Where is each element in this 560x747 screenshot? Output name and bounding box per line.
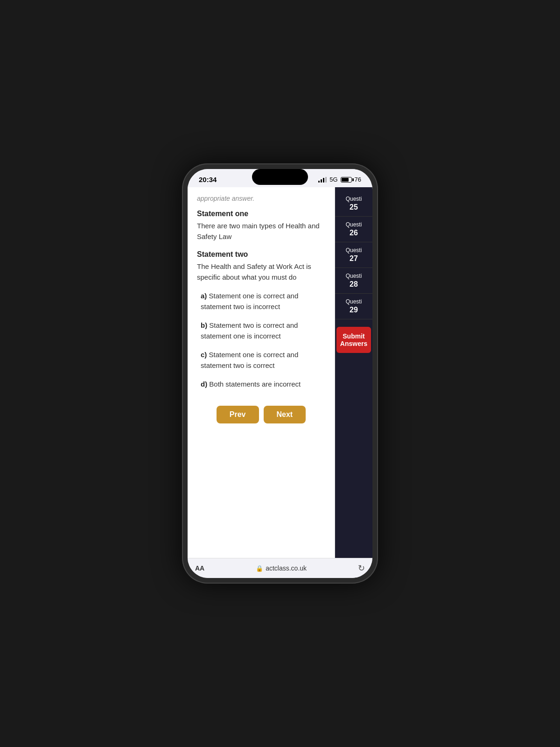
browser-bar: AA 🔒 actclass.co.uk ↻ [188, 558, 372, 578]
answer-b-letter: b) [201, 321, 207, 329]
sidebar-q27-label: Questi [346, 247, 362, 254]
sidebar: Questi 25 Questi 26 Questi 27 Questi 28 [335, 187, 372, 558]
statement-two-title: Statement two [197, 250, 325, 259]
sidebar-q26-num: 26 [338, 229, 370, 237]
sidebar-q28-label: Questi [346, 273, 362, 279]
answer-c-text: Statement one is correct and statement t… [201, 351, 298, 369]
battery-level: 76 [355, 176, 361, 183]
battery-icon [341, 177, 352, 183]
answer-options: a) Statement one is correct and statemen… [197, 291, 325, 390]
sidebar-q25-num: 25 [338, 203, 370, 211]
refresh-icon[interactable]: ↻ [358, 563, 365, 573]
lock-icon: 🔒 [256, 565, 263, 572]
sidebar-q28-num: 28 [338, 280, 370, 289]
sidebar-question-27[interactable]: Questi 27 [335, 242, 372, 268]
status-time: 20:34 [199, 176, 217, 183]
main-content: appropriate answer. Statement one There … [188, 187, 372, 558]
answer-option-c[interactable]: c) Statement one is correct and statemen… [201, 350, 325, 371]
statement-one-title: Statement one [197, 210, 325, 218]
browser-url-bar[interactable]: 🔒 actclass.co.uk [256, 564, 307, 572]
signal-icon [318, 177, 327, 183]
browser-aa[interactable]: AA [195, 564, 204, 572]
question-panel: appropriate answer. Statement one There … [188, 187, 335, 558]
answer-d-letter: d) [201, 380, 207, 388]
sidebar-q26-label: Questi [346, 221, 362, 228]
statement-one-section: Statement one There are two main types o… [197, 210, 325, 242]
top-hint: appropriate answer. [197, 195, 325, 202]
answer-d-text: Both statements are incorrect [209, 380, 301, 388]
phone-frame: 20:34 5G 76 appropriate answer. [182, 163, 378, 584]
answer-option-b[interactable]: b) Statement two is correct and statemen… [201, 320, 325, 341]
statement-two-text: The Health and Safety at Work Act is spe… [197, 261, 325, 282]
sidebar-question-28[interactable]: Questi 28 [335, 268, 372, 294]
sidebar-question-29[interactable]: Questi 29 [335, 294, 372, 319]
sidebar-q29-label: Questi [346, 298, 362, 305]
dynamic-island [252, 169, 308, 185]
network-type: 5G [329, 176, 337, 183]
submit-answers-button[interactable]: Submit Answers [336, 327, 371, 353]
submit-container: Submit Answers [332, 319, 372, 360]
answer-option-a[interactable]: a) Statement one is correct and statemen… [201, 291, 325, 312]
answer-c-letter: c) [201, 351, 207, 359]
nav-buttons: Prev Next [197, 398, 325, 429]
browser-url-text: actclass.co.uk [266, 564, 307, 572]
status-icons: 5G 76 [318, 176, 361, 183]
sidebar-q29-num: 29 [338, 306, 370, 314]
answer-option-d[interactable]: d) Both statements are incorrect [201, 379, 325, 390]
answer-a-text: Statement one is correct and statement t… [201, 292, 298, 310]
next-button[interactable]: Next [264, 406, 306, 423]
sidebar-question-26[interactable]: Questi 26 [335, 217, 372, 242]
sidebar-questions: Questi 25 Questi 26 Questi 27 Questi 28 [335, 191, 372, 319]
statement-one-text: There are two main types of Health and S… [197, 221, 325, 242]
answer-a-letter: a) [201, 292, 207, 300]
sidebar-question-25[interactable]: Questi 25 [335, 191, 372, 217]
sidebar-q25-label: Questi [346, 196, 362, 202]
sidebar-q27-num: 27 [338, 254, 370, 263]
statement-two-section: Statement two The Health and Safety at W… [197, 250, 325, 282]
phone-screen: 20:34 5G 76 appropriate answer. [188, 169, 372, 578]
answer-b-text: Statement two is correct and statement o… [201, 321, 298, 340]
prev-button[interactable]: Prev [217, 406, 259, 423]
